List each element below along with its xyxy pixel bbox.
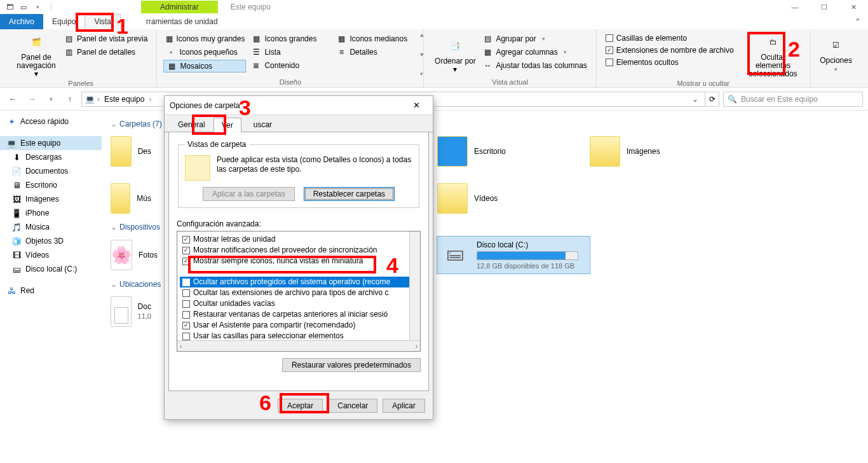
contextual-tab-manage[interactable]: Administrar xyxy=(141,1,218,13)
minimize-button[interactable]: — xyxy=(780,0,810,14)
dialog-tab-buscar[interactable]: uscar xyxy=(245,117,280,132)
history-dropdown[interactable]: ▾ xyxy=(43,92,58,107)
layout-extra-large[interactable]: ▦Iconos muy grandes xyxy=(163,33,246,45)
checkbox-icon[interactable] xyxy=(182,236,190,244)
layout-details[interactable]: ≡Detalles xyxy=(334,46,416,58)
adv-setting-row[interactable]: Mostrar siempre iconos, nunca vistas en … xyxy=(180,256,420,266)
navigation-pane: ✦Acceso rápido 💻Este equipo ⬇Descargas📄D… xyxy=(0,111,102,463)
layout-tiles[interactable]: ▦Mosaicos xyxy=(163,60,246,73)
disk-usage-bar xyxy=(477,251,578,260)
checkbox-icon[interactable] xyxy=(182,258,190,265)
horizontal-scrollbar[interactable]: ‹› xyxy=(177,340,420,351)
layout-small[interactable]: ▫Iconos pequeños xyxy=(163,46,246,58)
checkbox-icon[interactable] xyxy=(182,311,190,319)
location-tile[interactable]: Doc11,0 xyxy=(111,294,151,329)
cancel-button[interactable]: Cancelar xyxy=(328,399,377,413)
folder-tile[interactable]: Des xyxy=(111,134,151,169)
advanced-settings-list[interactable]: Mostrar letras de unidadMostrar notifica… xyxy=(177,231,421,352)
folder-tile[interactable]: Escritorio xyxy=(437,134,583,169)
nav-item[interactable]: 📱iPhone xyxy=(0,206,102,220)
dialog-titlebar[interactable]: Opciones de carpeta ✕ xyxy=(165,96,433,115)
hidden-items-toggle[interactable]: Elementos ocultos xyxy=(603,57,736,67)
disk-tile[interactable]: 🖴 Disco local (C:) 12,8 GB disponibles d… xyxy=(437,237,590,273)
layout-medium[interactable]: ▦Iconos medianos xyxy=(334,33,416,45)
refresh-button[interactable]: ⟳ xyxy=(705,92,719,106)
nav-item[interactable]: 🎵Música xyxy=(0,220,102,234)
nav-item-icon: 🖥 xyxy=(11,180,22,190)
restore-defaults-button[interactable]: Restaurar valores predeterminados xyxy=(282,358,421,372)
nav-pane-button[interactable]: 🗂️ Panel de navegación ▾ xyxy=(11,32,61,78)
disk-icon: 🖴 xyxy=(440,240,470,266)
device-tile[interactable]: 🌸Fotos xyxy=(111,237,151,273)
nav-item[interactable]: 🧊Objetos 3D xyxy=(0,234,102,248)
chevron-right-icon[interactable]: › xyxy=(149,95,151,104)
checkbox-icon[interactable] xyxy=(182,289,190,297)
add-columns-button[interactable]: ▦Agregar columnas ▾ xyxy=(480,46,589,58)
nav-this-pc[interactable]: 💻Este equipo xyxy=(0,136,102,150)
checkbox-icon[interactable] xyxy=(182,322,190,329)
chevron-right-icon[interactable]: › xyxy=(97,95,100,104)
maximize-button[interactable]: ☐ xyxy=(810,0,839,14)
layout-large[interactable]: ▦Iconos grandes xyxy=(248,33,331,45)
nav-item[interactable]: 🎞Vídeos xyxy=(0,248,102,262)
nav-item[interactable]: 🖥Escritorio xyxy=(0,178,102,192)
folder-tile[interactable]: Imágenes xyxy=(590,134,736,169)
item-checkboxes-toggle[interactable]: Casillas de elemento xyxy=(603,33,736,43)
folder-tile[interactable]: Vídeos xyxy=(437,181,583,216)
apply-to-folders-button[interactable]: Aplicar a las carpetas xyxy=(203,187,295,201)
adv-setting-row[interactable]: Ocultar unidades vacías xyxy=(180,298,420,309)
nav-quick-access[interactable]: ✦Acceso rápido xyxy=(0,114,102,128)
sort-button[interactable]: 📑 Ordenar por ▾ xyxy=(430,32,480,77)
checkbox-icon[interactable] xyxy=(182,247,190,254)
checkbox-icon[interactable] xyxy=(182,300,190,308)
dialog-tab-general[interactable]: General xyxy=(170,117,214,132)
options-button[interactable]: ☑ Opciones▾ xyxy=(817,32,855,77)
adv-setting-row[interactable]: Ocultar las extensiones de archivo para … xyxy=(180,287,420,298)
checkbox-icon[interactable] xyxy=(182,333,190,340)
details-pane-button[interactable]: ▥Panel de detalles xyxy=(61,46,150,58)
folder-tile[interactable]: Mús xyxy=(111,181,151,216)
nav-item[interactable]: ⬇Descargas xyxy=(0,150,102,164)
address-dropdown[interactable]: ⌄ xyxy=(688,92,702,106)
dialog-tab-ver[interactable]: Ver xyxy=(214,118,241,132)
qat-dropdown-icon[interactable]: ▾ xyxy=(31,1,44,13)
vertical-scrollbar[interactable] xyxy=(409,232,420,340)
checkbox-icon[interactable] xyxy=(182,279,190,286)
layout-expand[interactable]: ▾ xyxy=(420,71,423,77)
layout-content[interactable]: ≣Contenido xyxy=(248,60,331,71)
adv-setting-row[interactable]: Usar el Asistente para compartir (recome… xyxy=(180,320,420,331)
collapse-ribbon-icon[interactable]: ⌃ xyxy=(854,14,868,29)
nav-item[interactable]: 📄Documentos xyxy=(0,164,102,178)
preview-pane-button[interactable]: ▤Panel de vista previa xyxy=(61,33,150,45)
adv-setting-row[interactable]: Mostrar notificaciones del proveedor de … xyxy=(180,245,420,256)
dialog-close-icon[interactable]: ✕ xyxy=(405,98,428,113)
nav-item[interactable]: 🖴Disco local (C:) xyxy=(0,262,102,276)
search-placeholder: Buscar en Este equipo xyxy=(741,95,818,104)
adv-setting-row[interactable]: Mostrar letras de unidad xyxy=(180,234,420,245)
ribbon: 🗂️ Panel de navegación ▾ ▤Panel de vista… xyxy=(0,29,868,88)
layout-list[interactable]: ☰Lista xyxy=(248,46,331,58)
search-icon: 🔍 xyxy=(728,95,737,104)
tab-file[interactable]: Archivo xyxy=(0,14,43,29)
reset-folders-button[interactable]: Restablecer carpetas xyxy=(304,187,395,201)
forward-button[interactable]: → xyxy=(24,92,39,107)
breadcrumb[interactable]: Este equipo xyxy=(102,95,146,104)
hide-selected-button[interactable]: 🗀 Ocultar elementos seleccionados xyxy=(743,32,804,78)
adv-setting-row[interactable]: Ocultar archivos protegidos del sistema … xyxy=(180,277,420,287)
apply-button[interactable]: Aplicar xyxy=(383,399,425,413)
ok-button[interactable]: Aceptar xyxy=(278,399,323,413)
file-ext-toggle[interactable]: Extensiones de nombre de archivo xyxy=(603,45,736,55)
close-button[interactable]: ✕ xyxy=(839,0,868,14)
adv-setting-row[interactable]: Restaurar ventanas de carpetas anteriore… xyxy=(180,309,420,320)
search-input[interactable]: 🔍 Buscar en Este equipo xyxy=(723,92,863,107)
nav-network[interactable]: 🖧Red xyxy=(0,284,102,298)
qat-props-icon[interactable]: ▭ xyxy=(17,1,31,13)
tab-vista[interactable]: Vista xyxy=(85,14,120,29)
size-columns-button[interactable]: ↔Ajustar todas las columnas xyxy=(480,60,589,71)
nav-item[interactable]: 🖼Imágenes xyxy=(0,192,102,206)
back-button[interactable]: ← xyxy=(5,92,20,107)
tab-herramientas[interactable]: rramientas de unidad xyxy=(137,14,227,29)
group-by-button[interactable]: ▤Agrupar por ▾ xyxy=(480,33,589,45)
tab-equipo[interactable]: Equipo xyxy=(43,14,85,29)
up-button[interactable]: ↑ xyxy=(62,92,78,107)
